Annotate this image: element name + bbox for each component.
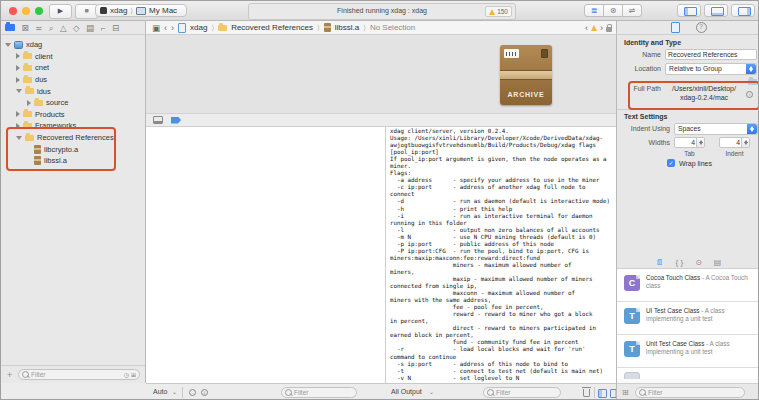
object-library-icon[interactable]: ⊙ bbox=[695, 257, 702, 268]
library-grid-toggle-icon[interactable]: ⊞ bbox=[622, 388, 629, 398]
disclosure-triangle-icon[interactable] bbox=[16, 89, 22, 93]
code-snippet-library-icon[interactable]: { } bbox=[676, 257, 684, 268]
close-button[interactable] bbox=[9, 7, 17, 15]
related-items-icon[interactable]: ▣ bbox=[152, 22, 160, 34]
variables-scope-selector[interactable]: Auto bbox=[153, 388, 167, 395]
previous-issue-button[interactable]: ‹ bbox=[585, 23, 588, 33]
stepper-arrows-icon[interactable] bbox=[696, 138, 704, 147]
tree-item-xdag[interactable]: xdag bbox=[1, 39, 145, 51]
hide-debug-area-icon[interactable] bbox=[153, 116, 163, 124]
standard-editor-button[interactable]: ≣ bbox=[584, 4, 604, 17]
test-navigator-icon[interactable]: ◇ bbox=[73, 22, 80, 34]
library-item-unit-test-case-class[interactable]: TUnit Test Case Class - A class implemen… bbox=[617, 335, 759, 368]
assistant-editor-button[interactable]: ⊛ bbox=[603, 4, 623, 17]
library-item-ui-test-case-class[interactable]: TUI Test Case Class - A class implementi… bbox=[617, 302, 759, 335]
console-view[interactable]: xdag client/server, version 0.2.4. Usage… bbox=[386, 127, 616, 383]
indent-width-stepper[interactable]: 4 bbox=[719, 137, 750, 148]
issue-navigator-icon[interactable]: △ bbox=[60, 22, 67, 34]
library-item-cocoa-touch-class[interactable]: CCocoa Touch Class - A Cocoa Touch class bbox=[617, 269, 759, 302]
toggle-navigator-button[interactable] bbox=[677, 4, 701, 17]
location-label: Location bbox=[617, 65, 661, 72]
zoom-button[interactable] bbox=[35, 7, 43, 15]
version-editor-icon: ⇌ bbox=[629, 6, 636, 15]
disclosure-triangle-icon[interactable] bbox=[16, 111, 20, 117]
indent-using-label: Indent Using bbox=[617, 125, 670, 132]
tree-item-ldus[interactable]: ldus bbox=[1, 85, 145, 97]
disclosure-triangle-icon[interactable] bbox=[27, 100, 31, 106]
warning-count-badge[interactable]: 150 bbox=[485, 6, 512, 17]
right-panel-icon bbox=[738, 7, 751, 16]
console-filter-field[interactable]: Filter bbox=[483, 387, 561, 398]
console-filter-placeholder: Filter bbox=[496, 389, 510, 396]
variables-scope-chevron-icon: ⌄ bbox=[172, 388, 177, 395]
warning-icon bbox=[489, 9, 495, 15]
debug-navigator-icon[interactable]: ▤ bbox=[86, 22, 94, 34]
disclosure-triangle-icon[interactable] bbox=[16, 53, 20, 59]
indent-caption: Indent bbox=[719, 150, 750, 157]
app-target-icon bbox=[100, 7, 107, 14]
symbol-navigator-icon[interactable]: ≍ bbox=[35, 22, 42, 34]
next-issue-button[interactable]: › bbox=[600, 23, 603, 33]
back-button[interactable]: ‹ bbox=[164, 23, 167, 33]
filter-loupe-icon bbox=[487, 389, 494, 396]
tree-item-label: source bbox=[46, 98, 69, 107]
debug-area-divider[interactable] bbox=[385, 127, 386, 400]
tab-caption: Tab bbox=[674, 150, 705, 157]
disclosure-triangle-icon[interactable] bbox=[16, 65, 20, 71]
template-file-icon bbox=[624, 372, 640, 379]
indent-using-dropdown[interactable]: Spaces bbox=[674, 123, 758, 135]
name-field[interactable]: Recovered References bbox=[665, 49, 757, 60]
breadcrumb-item[interactable]: libssl.a bbox=[335, 23, 359, 32]
folder-icon bbox=[23, 77, 32, 83]
clear-console-icon[interactable] bbox=[583, 389, 590, 397]
stepper-arrows-icon[interactable] bbox=[741, 138, 749, 147]
left-panel-icon bbox=[684, 7, 697, 16]
breakpoint-navigator-icon[interactable]: ⌐ bbox=[101, 22, 106, 34]
tree-item-products[interactable]: Products bbox=[1, 109, 145, 121]
console-scope-selector[interactable]: All Output bbox=[391, 388, 422, 395]
variables-filter-field[interactable]: Filter bbox=[281, 387, 357, 398]
tree-item-dus[interactable]: dus bbox=[1, 74, 145, 86]
disclosure-triangle-icon[interactable] bbox=[16, 77, 20, 83]
variables-info-icon[interactable]: i bbox=[201, 389, 208, 396]
breakpoints-toggle-icon[interactable] bbox=[171, 117, 181, 124]
variables-layout-icon[interactable]: · bbox=[189, 389, 196, 396]
quick-help-icon[interactable]: ? bbox=[696, 22, 707, 33]
tree-item-source[interactable]: source bbox=[1, 97, 145, 109]
wrap-lines-checkbox[interactable]: ✓ bbox=[667, 159, 675, 167]
breadcrumb-item[interactable]: Recovered References bbox=[231, 23, 313, 32]
add-file-button[interactable]: + bbox=[7, 370, 12, 380]
library-item-partial[interactable] bbox=[617, 368, 759, 379]
file-template-library-icon[interactable]: 📄︎ bbox=[656, 257, 664, 268]
toggle-inspector-button[interactable] bbox=[731, 4, 755, 17]
scheme-selector[interactable]: xdag ⟩ My Mac bbox=[95, 4, 187, 17]
recent-files-icon[interactable]: ◷ bbox=[124, 370, 129, 380]
tree-item-client[interactable]: client bbox=[1, 51, 145, 63]
navigator-filter-field[interactable]: Filter ◷ ⊞ bbox=[18, 369, 140, 380]
source-control-navigator-icon[interactable]: ⊠ bbox=[22, 22, 29, 34]
minimize-button[interactable] bbox=[22, 7, 30, 15]
report-navigator-icon[interactable]: ⊟ bbox=[112, 22, 119, 34]
breadcrumb-item[interactable]: xdag bbox=[190, 23, 207, 32]
disclosure-triangle-icon[interactable] bbox=[5, 43, 11, 47]
scm-status-filter-icon[interactable]: ⊞ bbox=[131, 370, 136, 380]
dropdown-arrows-icon bbox=[746, 64, 756, 74]
version-editor-button[interactable]: ⇌ bbox=[622, 4, 642, 17]
annotation-box-full-path bbox=[628, 81, 759, 110]
file-inspector-icon[interactable] bbox=[671, 22, 680, 33]
template-file-icon: T bbox=[624, 308, 640, 324]
toggle-debug-area-button[interactable] bbox=[704, 4, 728, 17]
breadcrumb-item[interactable]: No Selection bbox=[370, 23, 415, 32]
jump-bar-path: xdag⟩Recovered References⟩libssl.a⟩No Se… bbox=[178, 23, 415, 33]
tree-item-cnet[interactable]: cnet bbox=[1, 62, 145, 74]
location-dropdown[interactable]: Relative to Group bbox=[665, 63, 757, 75]
forward-button[interactable]: › bbox=[171, 23, 174, 33]
project-navigator-icon[interactable] bbox=[5, 24, 15, 31]
library-filter-field[interactable]: Filter bbox=[635, 387, 745, 398]
run-button[interactable]: ▶ bbox=[49, 4, 72, 19]
find-navigator-icon[interactable]: ⌕ bbox=[49, 22, 54, 34]
media-library-icon[interactable]: ▤ bbox=[714, 257, 722, 268]
show-variables-view-icon[interactable] bbox=[598, 389, 607, 398]
library-item-text: Unit Test Case Class - A class implement… bbox=[646, 340, 755, 356]
tab-width-stepper[interactable]: 4 bbox=[674, 137, 705, 148]
